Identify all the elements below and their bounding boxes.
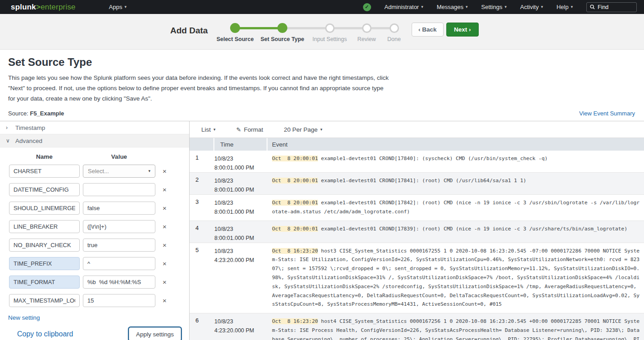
- format-label: Format: [244, 126, 263, 133]
- event-row-number: 1: [190, 151, 214, 172]
- event-date: 10/8/23: [214, 247, 268, 256]
- event-text-body: example1-devtest01 CROND[17841]: (root) …: [318, 178, 526, 184]
- user-menu[interactable]: Administrator ▾: [385, 4, 423, 10]
- wizard-step-circle-set-source-type[interactable]: [277, 23, 287, 33]
- setting-value-input[interactable]: [83, 202, 155, 215]
- event-text-body: example1-devtest01 CROND[17842]: (root) …: [272, 200, 639, 215]
- setting-value-input[interactable]: [83, 239, 155, 252]
- apps-menu-label: Apps: [109, 4, 122, 10]
- search-icon: [590, 5, 595, 9]
- wizard-connector: [330, 27, 367, 29]
- find-search-box[interactable]: [586, 2, 637, 12]
- setting-value-input[interactable]: [83, 276, 155, 289]
- section-timestamp[interactable]: › Timestamp: [0, 121, 189, 134]
- event-row-4[interactable]: 4 10/8/23 8:00:01.000 PM Oct 8 20:00:01 …: [190, 221, 644, 243]
- settings-menu[interactable]: Settings ▾: [481, 4, 507, 10]
- format-button[interactable]: ✎ Format: [236, 126, 263, 133]
- remove-setting-icon[interactable]: ×: [163, 223, 167, 230]
- section-advanced-label: Advanced: [15, 138, 42, 144]
- event-row-number: 4: [190, 221, 214, 243]
- setting-name-input[interactable]: [9, 294, 80, 307]
- setting-name-input[interactable]: [9, 257, 80, 270]
- remove-setting-icon[interactable]: ×: [163, 242, 167, 248]
- remove-setting-icon[interactable]: ×: [163, 168, 167, 175]
- setting-name-input[interactable]: [9, 202, 80, 215]
- remove-setting-icon[interactable]: ×: [163, 260, 167, 267]
- help-menu[interactable]: Help ▾: [557, 4, 573, 10]
- column-header-name: Name: [9, 153, 80, 160]
- remove-setting-icon[interactable]: ×: [163, 297, 167, 304]
- setting-row-time-prefix: ×: [9, 257, 189, 270]
- highlighted-timestamp: Oct 8 20:00:01: [272, 226, 318, 232]
- find-search-input[interactable]: [598, 4, 629, 10]
- setting-value-input[interactable]: [83, 294, 155, 307]
- event-text: Oct 8 20:00:01 example1-devtest01 CROND[…: [268, 151, 644, 172]
- setting-name-input[interactable]: [9, 276, 80, 289]
- chevron-down-icon: ▾: [124, 5, 127, 9]
- setting-row-charset: Select... ▾ ×: [9, 165, 189, 178]
- remove-setting-icon[interactable]: ×: [163, 186, 167, 193]
- setting-value-input[interactable]: [83, 220, 155, 233]
- setting-value-select[interactable]: Select... ▾: [83, 165, 155, 178]
- chevron-down-icon: ▾: [541, 5, 543, 9]
- copy-to-clipboard-link[interactable]: Copy to clipboard: [17, 330, 73, 338]
- event-time: 8:00:01.000 PM: [214, 185, 268, 194]
- event-row-5[interactable]: 5 10/8/23 4:23:20.000 PM Oct 8 16:23:20 …: [190, 243, 644, 314]
- remove-setting-icon[interactable]: ×: [163, 279, 167, 285]
- event-row-number: 6: [190, 313, 214, 340]
- setting-name-input[interactable]: [9, 239, 80, 252]
- event-date: 10/8/23: [214, 154, 268, 163]
- event-row-number: 5: [190, 243, 214, 313]
- event-preview-panel: List ▾ ✎ Format 20 Per Page ▾ Time Event…: [190, 121, 644, 340]
- event-text: Oct 8 20:00:01 example1-devtest01 CROND[…: [268, 173, 644, 194]
- event-timestamp: 10/8/23 8:00:01.000 PM: [214, 195, 268, 221]
- per-page-dropdown[interactable]: 20 Per Page ▾: [284, 126, 322, 133]
- wizard-connector: [282, 27, 330, 29]
- settings-panel: › Timestamp ∨ Advanced Name Value Select…: [0, 121, 190, 340]
- remove-setting-icon[interactable]: ×: [163, 205, 167, 211]
- list-view-dropdown[interactable]: List ▾: [201, 126, 216, 133]
- wizard-step-label-input-settings: Input Settings: [313, 36, 347, 42]
- messages-menu[interactable]: Messages ▾: [437, 4, 468, 10]
- event-date: 10/8/23: [214, 176, 268, 185]
- chevron-down-icon: ▾: [466, 5, 468, 9]
- event-timestamp: 10/8/23 8:00:01.000 PM: [214, 221, 268, 243]
- event-row-2[interactable]: 2 10/8/23 8:00:01.000 PM Oct 8 20:00:01 …: [190, 173, 644, 195]
- wizard-step-circle-input-settings: [325, 23, 335, 33]
- section-timestamp-label: Timestamp: [15, 124, 45, 131]
- column-header-value: Value: [83, 153, 155, 160]
- view-event-summary-link[interactable]: View Event Summary: [579, 110, 635, 117]
- next-button[interactable]: Next ›: [446, 23, 479, 37]
- setting-value-input[interactable]: [83, 183, 155, 196]
- setting-name-input[interactable]: [9, 165, 80, 178]
- event-row-6[interactable]: 6 10/8/23 4:23:20.000 PM Oct 8 16:23:20 …: [190, 313, 644, 340]
- logo-gt: >: [36, 3, 41, 11]
- apps-menu[interactable]: Apps ▾: [109, 4, 127, 10]
- setting-row-time-format: ×: [9, 276, 189, 289]
- health-status-icon[interactable]: ✓: [363, 3, 371, 11]
- wizard-step-circle-select-source[interactable]: [230, 23, 240, 33]
- setting-name-input[interactable]: [9, 220, 80, 233]
- setting-row-no-binary-check: ×: [9, 239, 189, 252]
- setting-value-input[interactable]: [83, 257, 155, 270]
- page-intro: Set Source Type This page lets you see h…: [0, 50, 644, 104]
- page-title: Set Source Type: [8, 56, 644, 69]
- wizard-title: Add Data: [170, 26, 208, 36]
- apply-settings-button[interactable]: Apply settings: [129, 327, 181, 340]
- activity-menu[interactable]: Activity ▾: [520, 4, 543, 10]
- event-date: 10/8/23: [214, 225, 268, 234]
- add-data-wizard-header: Add Data Select Source Set Source Type I…: [0, 14, 644, 50]
- chevron-down-icon: ▾: [421, 5, 423, 9]
- section-advanced[interactable]: ∨ Advanced: [0, 134, 189, 147]
- setting-name-input[interactable]: [9, 183, 80, 196]
- setting-row-line-breaker: ×: [9, 220, 189, 233]
- select-placeholder: Select...: [88, 168, 109, 175]
- pencil-icon: ✎: [236, 126, 241, 133]
- back-button[interactable]: ‹ Back: [412, 23, 444, 37]
- event-row-3[interactable]: 3 10/8/23 8:00:01.000 PM Oct 8 20:00:01 …: [190, 195, 644, 221]
- event-timestamp: 10/8/23 8:00:01.000 PM: [214, 173, 268, 194]
- chevron-down-icon: ▾: [148, 169, 150, 173]
- event-row-1[interactable]: 1 10/8/23 8:00:01.000 PM Oct 8 20:00:01 …: [190, 151, 644, 173]
- new-setting-link[interactable]: New setting: [8, 314, 40, 321]
- top-navbar: splunk>enterprise Apps ▾ ✓ Administrator…: [0, 0, 644, 14]
